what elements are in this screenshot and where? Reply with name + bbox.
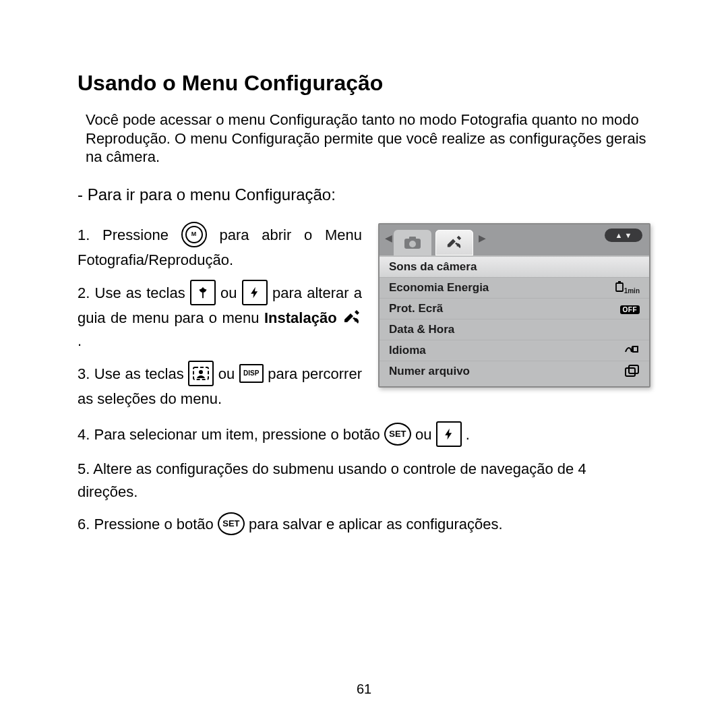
- svg-point-4: [409, 241, 416, 247]
- menu-row-label: Economia Energia: [389, 281, 489, 295]
- face-detect-key-icon: [188, 361, 214, 386]
- scroll-indicator: ▲ ▼: [605, 229, 642, 242]
- menu-row-value: 1min: [615, 281, 640, 295]
- page-number: 61: [0, 681, 728, 697]
- flash-key-icon: [242, 280, 268, 305]
- step-5: 5. Altere as configurações do submenu us…: [78, 458, 650, 504]
- menu-row: Sons da câmera: [380, 257, 649, 277]
- wrench-icon: [342, 309, 362, 326]
- step-6: 6. Pressione o botão SET para salvar e a…: [78, 513, 650, 537]
- menu-row: Data & Hora: [380, 319, 649, 340]
- page-title: Usando o Menu Configuração: [78, 71, 650, 96]
- intro-paragraph: Você pode acessar o menu Configuração ta…: [86, 111, 650, 166]
- svg-rect-8: [629, 365, 638, 373]
- svg-rect-6: [618, 281, 621, 283]
- tab-arrow-right-icon: ▶: [477, 233, 487, 247]
- menu-row-value: OFF: [620, 303, 640, 314]
- menu-row-label: Sons da câmera: [389, 260, 477, 274]
- menu-button-icon: M: [181, 222, 207, 247]
- set-button-icon: SET: [384, 423, 411, 446]
- menu-row-label: Data & Hora: [389, 323, 454, 336]
- svg-rect-3: [409, 237, 416, 240]
- set-button-icon: SET: [218, 512, 245, 535]
- step-4: 4. Para selecionar um item, pressione o …: [78, 423, 650, 448]
- instruction-column: 1. Pressione M para abrir o Menu Fotogra…: [78, 223, 362, 420]
- tab-setup: [435, 230, 473, 255]
- menu-row-label: Idioma: [389, 344, 426, 357]
- svg-point-1: [199, 370, 203, 374]
- step-2: 2. Use as teclas ou para alterar a guia …: [78, 281, 362, 353]
- menu-row-value: [624, 344, 640, 356]
- macro-key-icon: [190, 280, 216, 305]
- menu-row: Prot. Ecrã OFF: [380, 298, 649, 319]
- camera-menu-screenshot: ◀ ▶ ▲ ▼ Sons da câmera Economia Energia: [378, 223, 650, 388]
- menu-row: Numer arquivo: [380, 361, 649, 382]
- step-3: 3. Use as teclas ou DISP para percorrer …: [78, 362, 362, 411]
- flash-key-icon: [436, 421, 462, 447]
- svg-rect-5: [616, 283, 623, 291]
- menu-tab-bar: ◀ ▶ ▲ ▼: [380, 224, 649, 255]
- menu-item-list: Sons da câmera Economia Energia 1min Pro…: [380, 255, 649, 386]
- menu-row: Idioma: [380, 340, 649, 361]
- menu-row-value: [625, 365, 640, 379]
- menu-row: Economia Energia 1min: [380, 277, 649, 298]
- disp-key-icon: DISP: [239, 364, 264, 383]
- svg-rect-7: [626, 368, 635, 376]
- step-1: 1. Pressione M para abrir o Menu Fotogra…: [78, 223, 362, 272]
- menu-row-label: Numer arquivo: [389, 365, 470, 378]
- menu-row-label: Prot. Ecrã: [389, 302, 443, 315]
- tab-arrow-left-icon: ◀: [384, 233, 394, 247]
- section-subhead: - Para ir para o menu Configuração:: [78, 185, 650, 204]
- tab-camera: [394, 230, 431, 255]
